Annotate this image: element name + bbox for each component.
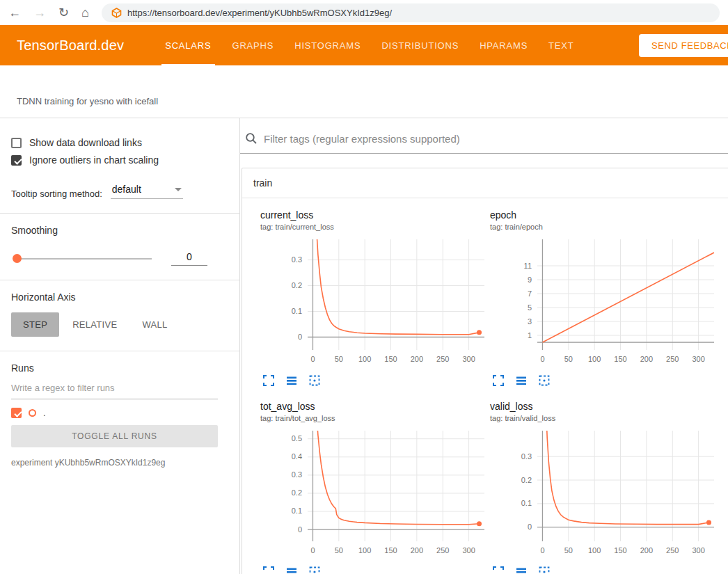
chart-toolbar xyxy=(492,374,720,387)
show-download-links-checkbox-row[interactable]: Show data download links xyxy=(11,137,228,148)
expand-chart-icon[interactable] xyxy=(262,374,275,387)
fit-domain-icon[interactable] xyxy=(308,566,321,574)
smoothing-slider[interactable] xyxy=(14,258,152,260)
svg-text:0.1: 0.1 xyxy=(292,307,302,315)
svg-text:200: 200 xyxy=(640,355,653,363)
svg-text:3: 3 xyxy=(528,317,532,326)
run-row[interactable]: . xyxy=(11,408,228,418)
chart-title: epoch xyxy=(490,209,720,221)
checkbox-checked-icon[interactable] xyxy=(11,155,22,166)
svg-text:300: 300 xyxy=(462,546,475,555)
line-chart[interactable]: 05010015020025030000.10.20.3 xyxy=(260,235,490,371)
checkbox-unchecked-icon[interactable] xyxy=(11,138,22,148)
tag-filter-input[interactable] xyxy=(264,133,728,145)
svg-text:250: 250 xyxy=(666,355,679,363)
tab-hparams[interactable]: HPARAMS xyxy=(469,25,538,65)
chart-title: valid_loss xyxy=(490,401,720,412)
ignore-outliers-checkbox-row[interactable]: Ignore outliers in chart scaling xyxy=(11,154,228,166)
toggle-all-runs-button[interactable]: TOGGLE ALL RUNS xyxy=(11,425,218,447)
back-icon[interactable]: ← xyxy=(8,6,21,19)
group-title[interactable]: train xyxy=(242,168,728,198)
svg-text:150: 150 xyxy=(614,355,626,363)
smoothing-slider-row: 0 xyxy=(11,251,228,266)
axis-button-group: STEP RELATIVE WALL xyxy=(11,312,228,337)
svg-text:11: 11 xyxy=(524,262,532,270)
url-text: https://tensorboard.dev/experiment/yKUbh… xyxy=(127,8,392,18)
chart-toolbar xyxy=(262,374,490,387)
scalar-chart-card: current_loss tag: train/current_loss 050… xyxy=(260,209,490,401)
svg-text:0.2: 0.2 xyxy=(521,476,532,484)
svg-text:150: 150 xyxy=(384,546,397,555)
chart-toolbar xyxy=(492,566,720,574)
chart-toolbar xyxy=(262,566,490,574)
svg-text:0.1: 0.1 xyxy=(292,507,302,515)
tooltip-sorting-value: default xyxy=(112,184,141,195)
tab-graphs[interactable]: GRAPHS xyxy=(222,25,285,65)
svg-text:0.2: 0.2 xyxy=(292,488,302,497)
svg-text:0: 0 xyxy=(298,525,302,534)
svg-text:100: 100 xyxy=(588,546,601,555)
smoothing-label: Smoothing xyxy=(11,225,228,236)
smoothing-slider-thumb[interactable] xyxy=(13,254,22,263)
expand-chart-icon[interactable] xyxy=(492,566,505,574)
address-bar[interactable]: https://tensorboard.dev/experiment/yKUbh… xyxy=(102,3,720,22)
svg-text:250: 250 xyxy=(436,355,449,363)
svg-text:0.1: 0.1 xyxy=(521,499,532,507)
axis-wall-button[interactable]: WALL xyxy=(130,312,179,337)
fit-domain-icon[interactable] xyxy=(308,374,321,387)
tab-distributions[interactable]: DISTRIBUTIONS xyxy=(371,25,469,65)
svg-text:50: 50 xyxy=(564,546,573,555)
tab-text[interactable]: TEXT xyxy=(538,25,584,65)
experiment-id-label: experiment yKUbhb5wRmOSXYkId1z9eg xyxy=(11,458,228,468)
app-brand: TensorBoard.dev xyxy=(17,38,124,54)
svg-text:7: 7 xyxy=(528,289,532,298)
svg-text:200: 200 xyxy=(411,355,423,363)
forward-icon[interactable]: → xyxy=(33,6,46,19)
axis-relative-button[interactable]: RELATIVE xyxy=(61,312,129,337)
chevron-down-icon xyxy=(175,188,182,191)
line-chart[interactable]: 05010015020025030000.10.20.30.40.5 xyxy=(260,426,490,562)
svg-text:0: 0 xyxy=(298,333,302,341)
scalar-chart-card: tot_avg_loss tag: train/tot_avg_loss 050… xyxy=(260,401,490,574)
chart-title: current_loss xyxy=(260,209,490,221)
experiment-description: TDNN training for yesno with icefall xyxy=(0,65,728,118)
send-feedback-button[interactable]: SEND FEEDBACK xyxy=(639,34,728,57)
tag-filter-row xyxy=(240,132,728,154)
tooltip-sorting-label: Tooltip sorting method: xyxy=(11,189,102,199)
toggle-y-axis-icon[interactable] xyxy=(285,566,298,574)
line-chart[interactable]: 05010015020025030000.10.20.3 xyxy=(490,426,720,562)
svg-text:300: 300 xyxy=(692,546,704,555)
expand-chart-icon[interactable] xyxy=(262,566,275,574)
svg-text:0: 0 xyxy=(310,355,315,363)
smoothing-value-input[interactable]: 0 xyxy=(171,251,207,266)
refresh-icon[interactable]: ↻ xyxy=(58,6,69,19)
tab-histograms[interactable]: HISTOGRAMS xyxy=(284,25,371,65)
tooltip-sorting-row: Tooltip sorting method: default xyxy=(11,184,228,199)
svg-text:0.3: 0.3 xyxy=(292,470,302,479)
svg-text:300: 300 xyxy=(462,355,475,363)
home-icon[interactable]: ⌂ xyxy=(81,6,89,19)
chart-tag: tag: train/tot_avg_loss xyxy=(260,414,490,422)
fit-domain-icon[interactable] xyxy=(538,566,551,574)
show-download-links-label: Show data download links xyxy=(29,137,142,148)
tooltip-sorting-dropdown[interactable]: default xyxy=(111,184,183,199)
tab-scalars[interactable]: SCALARS xyxy=(155,25,221,65)
horizontal-axis-label: Horizontal Axis xyxy=(11,292,228,303)
general-settings-section: Show data download links Ignore outliers… xyxy=(0,124,239,214)
svg-text:0.3: 0.3 xyxy=(521,452,532,461)
toggle-y-axis-icon[interactable] xyxy=(515,374,528,387)
expand-chart-icon[interactable] xyxy=(492,374,505,387)
line-chart[interactable]: 0501001502002503001357911 xyxy=(490,235,720,371)
search-icon xyxy=(245,132,258,145)
run-checkbox-icon[interactable] xyxy=(11,408,22,418)
main-nav: SCALARS GRAPHS HISTOGRAMS DISTRIBUTIONS … xyxy=(155,25,584,65)
axis-step-button[interactable]: STEP xyxy=(11,312,59,337)
svg-text:50: 50 xyxy=(335,355,343,363)
svg-text:100: 100 xyxy=(588,355,601,363)
svg-text:50: 50 xyxy=(564,355,573,363)
runs-filter-input[interactable] xyxy=(11,378,218,399)
toggle-y-axis-icon[interactable] xyxy=(515,566,528,574)
toggle-y-axis-icon[interactable] xyxy=(285,374,298,387)
fit-domain-icon[interactable] xyxy=(538,374,551,387)
chart-tag: tag: train/current_loss xyxy=(260,223,490,231)
